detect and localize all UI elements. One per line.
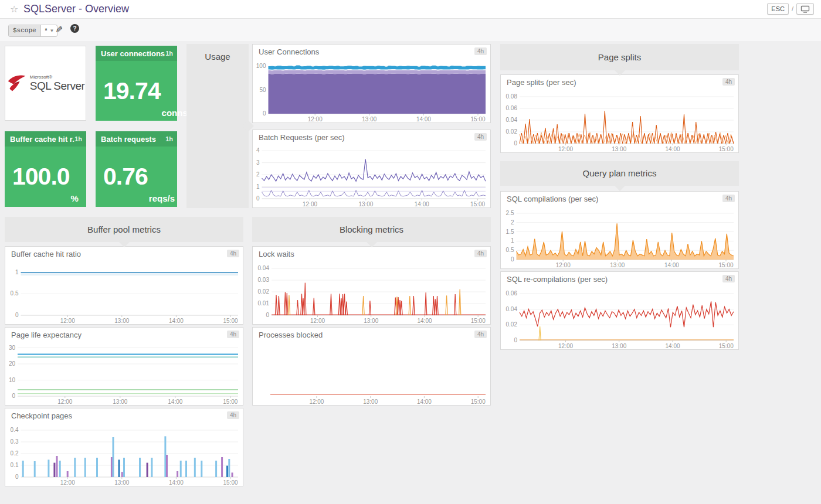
svg-text:13:00: 13:00: [113, 399, 127, 405]
svg-text:0: 0: [266, 312, 269, 318]
chart-batch-requests[interactable]: Batch Requests (per sec) 4h 0123412:0013…: [252, 130, 491, 208]
timeframe-badge: 4h: [722, 275, 735, 282]
svg-text:12:00: 12:00: [60, 318, 75, 324]
svg-text:0.01: 0.01: [258, 300, 270, 307]
template-variable-bar: $scope * ▼ ✎ ?: [0, 19, 821, 41]
svg-text:0.04: 0.04: [506, 306, 518, 312]
svg-text:12:00: 12:00: [60, 479, 75, 486]
sqlserver-swoosh-icon: [6, 72, 28, 94]
svg-text:15:00: 15:00: [471, 399, 486, 405]
tile-batch-requests[interactable]: Batch requests 1h 0.76 reqs/s: [96, 131, 177, 207]
svg-text:15:00: 15:00: [719, 343, 734, 349]
svg-text:14:00: 14:00: [665, 146, 680, 152]
chart-page-life-expectancy[interactable]: Page life expectancy 4h 010203012:0013:0…: [5, 327, 243, 406]
tile-value: 0.76: [103, 165, 148, 189]
svg-text:20: 20: [9, 360, 16, 367]
svg-text:14:00: 14:00: [169, 318, 184, 324]
tile-unit: conns: [162, 108, 188, 121]
svg-text:12:00: 12:00: [558, 343, 573, 349]
svg-text:0.04: 0.04: [506, 117, 518, 123]
svg-text:2: 2: [256, 171, 260, 178]
tile-timeframe: 1h: [165, 135, 173, 142]
chart-title: Buffer cache hit ratio: [11, 250, 81, 258]
svg-text:0.5: 0.5: [11, 290, 19, 297]
scope-label: $scope: [9, 25, 41, 36]
chart-plot: 00.020.040.0612:0013:0014:0015:00: [501, 286, 738, 349]
svg-text:15:00: 15:00: [223, 318, 238, 324]
tile-title: User connections: [101, 49, 165, 58]
group-page-splits: Page splits: [500, 44, 739, 70]
chart-user-connections[interactable]: User Connections 4h 05010012:0013:0014:0…: [252, 44, 491, 123]
timeframe-badge: 4h: [722, 78, 735, 86]
tile-timeframe: 1h: [165, 50, 173, 57]
chart-buffer-cache-hit-ratio[interactable]: Buffer cache hit ratio 4h 00.5112:0013:0…: [5, 246, 243, 325]
svg-text:12:00: 12:00: [308, 116, 323, 122]
tile-buffer-cache-hit[interactable]: Buffer cache hit r... 1h 100.0 %: [5, 131, 86, 207]
svg-text:15:00: 15:00: [223, 399, 238, 405]
svg-text:0: 0: [12, 393, 15, 399]
chart-title: SQL re-compilations (per sec): [507, 275, 608, 284]
svg-text:12:00: 12:00: [556, 262, 571, 268]
esc-key-button[interactable]: ESC: [767, 3, 789, 15]
svg-text:0.02: 0.02: [506, 128, 518, 135]
svg-text:12:00: 12:00: [57, 399, 72, 405]
chart-title: SQL compilations (per sec): [507, 195, 598, 203]
svg-text:0.5: 0.5: [506, 247, 514, 253]
page-title: SQLServer - Overview: [23, 3, 129, 15]
chart-sql-compilations[interactable]: SQL compilations (per sec) 4h 00.511.522…: [500, 191, 739, 269]
chart-sql-recompilations[interactable]: SQL re-compilations (per sec) 4h 00.020.…: [500, 271, 739, 350]
chart-plot: 010203012:0013:0014:0015:00: [5, 342, 243, 405]
svg-text:50: 50: [259, 87, 266, 93]
svg-text:14:00: 14:00: [417, 318, 432, 324]
svg-text:100: 100: [256, 63, 266, 69]
svg-text:15:00: 15:00: [470, 201, 485, 207]
svg-text:2: 2: [511, 219, 514, 226]
svg-text:3: 3: [256, 159, 260, 166]
tv-mode-button[interactable]: [796, 3, 814, 15]
group-query-plan-metrics: Query plan metrics: [500, 161, 739, 186]
svg-text:0.3: 0.3: [11, 438, 19, 445]
chart-title: Batch Requests (per sec): [259, 133, 345, 142]
timeframe-badge: 4h: [474, 250, 487, 257]
chart-processes-blocked[interactable]: Processes blocked 4h 12:0013:0014:0015:0…: [252, 327, 491, 406]
svg-text:14:00: 14:00: [168, 399, 182, 405]
scope-value: *: [41, 28, 50, 34]
group-usage: Usage: [186, 44, 249, 208]
svg-text:13:00: 13:00: [358, 201, 373, 207]
svg-text:0: 0: [256, 195, 260, 202]
svg-text:2.5: 2.5: [506, 210, 514, 216]
svg-text:15:00: 15:00: [223, 479, 238, 486]
chart-checkpoint-pages[interactable]: Checkpoint pages 4h 00.10.20.30.412:0013…: [5, 408, 243, 486]
timeframe-badge: 4h: [722, 195, 735, 202]
group-buffer-pool-metrics: Buffer pool metrics: [5, 217, 243, 242]
tile-value: 100.0: [12, 165, 70, 189]
chart-lock-waits[interactable]: Lock waits 4h 00.010.020.030.0412:0013:0…: [252, 246, 491, 325]
tile-user-connections[interactable]: User connections 1h 19.74 conns: [96, 46, 177, 121]
svg-text:1: 1: [256, 183, 260, 190]
svg-text:12:00: 12:00: [309, 399, 324, 405]
svg-text:0: 0: [514, 140, 517, 147]
help-icon[interactable]: ?: [70, 24, 79, 33]
svg-text:13:00: 13:00: [610, 262, 625, 268]
svg-text:0: 0: [514, 337, 517, 343]
svg-text:14:00: 14:00: [415, 201, 429, 207]
scope-dropdown[interactable]: $scope * ▼: [8, 25, 57, 37]
svg-text:0.04: 0.04: [258, 265, 270, 271]
screen-controls: ESC /: [767, 3, 814, 15]
svg-text:14:00: 14:00: [665, 343, 680, 349]
tile-unit: reqs/s: [149, 193, 175, 206]
edit-pencil-icon[interactable]: ✎: [53, 26, 64, 33]
chart-plot: 0123412:0013:0014:0015:00: [253, 144, 490, 207]
svg-text:0: 0: [15, 312, 19, 318]
favorite-star-icon[interactable]: ☆: [10, 4, 18, 15]
timeframe-badge: 4h: [227, 250, 239, 257]
svg-text:13:00: 13:00: [364, 318, 378, 324]
svg-text:0: 0: [263, 110, 266, 117]
svg-text:0: 0: [15, 474, 19, 480]
chart-page-splits[interactable]: Page splits (per sec) 4h 00.020.040.060.…: [500, 74, 739, 153]
svg-text:10: 10: [9, 377, 16, 383]
slash-separator: /: [792, 5, 793, 12]
svg-text:0.02: 0.02: [506, 321, 518, 328]
tile-timeframe: 1h: [74, 135, 82, 142]
chart-title: Page splits (per sec): [507, 78, 576, 87]
